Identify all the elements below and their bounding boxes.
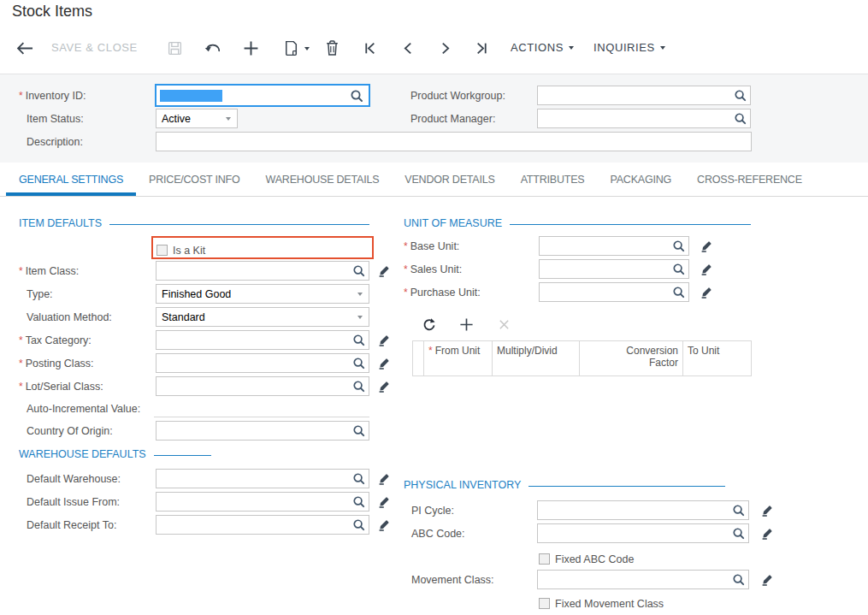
country-of-origin-input[interactable] bbox=[156, 422, 369, 440]
grid-header-multiply-divide[interactable]: Multiply/Divid bbox=[493, 341, 580, 376]
search-icon[interactable] bbox=[350, 89, 364, 103]
purchase-unit-field[interactable] bbox=[539, 282, 689, 302]
search-icon[interactable] bbox=[352, 495, 366, 509]
actions-menu-button[interactable]: ACTIONS bbox=[511, 41, 574, 54]
search-icon[interactable] bbox=[352, 264, 366, 278]
country-of-origin-field[interactable] bbox=[156, 421, 369, 441]
search-icon[interactable] bbox=[672, 263, 686, 276]
pi-cycle-edit-button[interactable] bbox=[760, 503, 775, 517]
inquiries-menu-button[interactable]: INQUIRIES bbox=[593, 41, 665, 54]
base-unit-edit-button[interactable] bbox=[700, 239, 714, 253]
default-receipt-to-field[interactable] bbox=[156, 515, 369, 535]
default-warehouse-edit-button[interactable] bbox=[377, 471, 392, 486]
movement-class-input[interactable] bbox=[538, 571, 748, 588]
tab-warehouse-details[interactable]: WAREHOUSE DETAILS bbox=[253, 163, 393, 196]
default-receipt-to-edit-button[interactable] bbox=[377, 517, 392, 532]
tab-cross-reference[interactable]: CROSS-REFERENCE bbox=[684, 163, 815, 196]
grid-add-row-button[interactable] bbox=[458, 316, 475, 333]
cancel-button[interactable] bbox=[202, 38, 224, 58]
tab-attributes[interactable]: ATTRIBUTES bbox=[508, 163, 598, 196]
sales-unit-edit-button[interactable] bbox=[700, 262, 714, 276]
posting-class-edit-button[interactable] bbox=[377, 356, 392, 370]
grid-refresh-button[interactable] bbox=[420, 316, 437, 333]
posting-class-field[interactable] bbox=[156, 353, 369, 373]
abc-code-edit-button[interactable] bbox=[760, 526, 775, 541]
copy-paste-button[interactable] bbox=[280, 38, 302, 58]
pi-cycle-input[interactable] bbox=[538, 501, 748, 519]
search-icon[interactable] bbox=[732, 527, 746, 541]
delete-button[interactable] bbox=[321, 38, 343, 58]
lot-serial-class-field[interactable] bbox=[156, 376, 369, 396]
lot-serial-class-input[interactable] bbox=[156, 377, 369, 395]
save-close-button[interactable]: SAVE & CLOSE bbox=[51, 41, 138, 54]
search-icon[interactable] bbox=[352, 518, 366, 532]
default-issue-from-field[interactable] bbox=[156, 492, 369, 512]
sales-unit-field[interactable] bbox=[539, 259, 689, 279]
tax-category-edit-button[interactable] bbox=[377, 333, 392, 347]
search-icon[interactable] bbox=[672, 239, 686, 253]
item-class-field[interactable] bbox=[156, 261, 369, 281]
base-unit-input[interactable] bbox=[540, 237, 688, 255]
inventory-id-field[interactable] bbox=[155, 84, 370, 107]
search-icon[interactable] bbox=[352, 357, 366, 370]
purchase-unit-input[interactable] bbox=[540, 283, 688, 301]
movement-class-edit-button[interactable] bbox=[760, 572, 775, 587]
go-last-button[interactable] bbox=[471, 38, 493, 58]
grid-header-conversion-factor[interactable]: Conversion Factor bbox=[580, 341, 683, 376]
default-issue-from-input[interactable] bbox=[156, 493, 369, 511]
default-issue-from-edit-button[interactable] bbox=[377, 494, 392, 509]
abc-code-input[interactable] bbox=[538, 524, 748, 542]
product-manager-field[interactable] bbox=[537, 109, 751, 128]
valuation-method-dropdown[interactable]: Standard bbox=[156, 307, 369, 327]
product-workgroup-field[interactable] bbox=[537, 86, 751, 105]
search-icon[interactable] bbox=[352, 334, 366, 347]
is-a-kit-checkbox[interactable] bbox=[156, 245, 168, 256]
default-receipt-to-input[interactable] bbox=[156, 516, 369, 534]
search-icon[interactable] bbox=[734, 112, 747, 126]
tax-category-input[interactable] bbox=[156, 331, 369, 349]
lot-serial-class-edit-button[interactable] bbox=[377, 379, 392, 393]
unit-conversions-grid[interactable]: *From Unit Multiply/Divid Conversion Fac… bbox=[412, 340, 752, 376]
purchase-unit-edit-button[interactable] bbox=[700, 285, 714, 299]
type-dropdown[interactable]: Finished Good bbox=[156, 284, 369, 304]
sales-unit-input[interactable] bbox=[540, 260, 688, 278]
item-status-dropdown[interactable]: Active bbox=[156, 109, 238, 128]
search-icon[interactable] bbox=[352, 472, 366, 486]
search-icon[interactable] bbox=[672, 286, 686, 299]
add-new-button[interactable] bbox=[239, 38, 262, 58]
grid-delete-row-button[interactable] bbox=[495, 316, 512, 333]
copy-paste-menu-caret[interactable] bbox=[301, 38, 313, 58]
search-icon[interactable] bbox=[352, 380, 366, 393]
tab-packaging[interactable]: PACKAGING bbox=[598, 163, 685, 196]
item-class-input[interactable] bbox=[156, 262, 369, 280]
posting-class-input[interactable] bbox=[156, 354, 369, 372]
grid-header-to-unit[interactable]: To Unit bbox=[683, 341, 751, 376]
description-field[interactable] bbox=[156, 132, 752, 151]
movement-class-field[interactable] bbox=[537, 570, 749, 589]
default-warehouse-input[interactable] bbox=[156, 470, 369, 488]
go-previous-button[interactable] bbox=[397, 38, 419, 58]
save-button[interactable] bbox=[163, 38, 186, 58]
description-input[interactable] bbox=[156, 133, 751, 151]
abc-code-field[interactable] bbox=[537, 523, 749, 543]
grid-header-from-unit[interactable]: *From Unit bbox=[424, 341, 493, 376]
fixed-abc-code-checkbox[interactable] bbox=[539, 553, 550, 565]
tab-price-cost-info[interactable]: PRICE/COST INFO bbox=[136, 163, 253, 196]
search-icon[interactable] bbox=[734, 89, 747, 103]
product-workgroup-input[interactable] bbox=[538, 86, 750, 104]
tab-general-settings[interactable]: GENERAL SETTINGS bbox=[6, 163, 136, 196]
search-icon[interactable] bbox=[732, 573, 746, 587]
default-warehouse-field[interactable] bbox=[156, 469, 369, 488]
base-unit-field[interactable] bbox=[539, 236, 689, 256]
go-next-button[interactable] bbox=[434, 38, 457, 58]
pi-cycle-field[interactable] bbox=[537, 500, 749, 520]
search-icon[interactable] bbox=[732, 504, 746, 517]
product-manager-input[interactable] bbox=[538, 109, 750, 127]
back-button[interactable] bbox=[14, 38, 36, 58]
tab-vendor-details[interactable]: VENDOR DETAILS bbox=[392, 163, 507, 196]
go-first-button[interactable] bbox=[358, 38, 381, 58]
search-icon[interactable] bbox=[352, 424, 366, 438]
fixed-movement-class-checkbox[interactable] bbox=[539, 598, 550, 609]
item-class-edit-button[interactable] bbox=[377, 263, 392, 278]
tax-category-field[interactable] bbox=[156, 330, 369, 350]
